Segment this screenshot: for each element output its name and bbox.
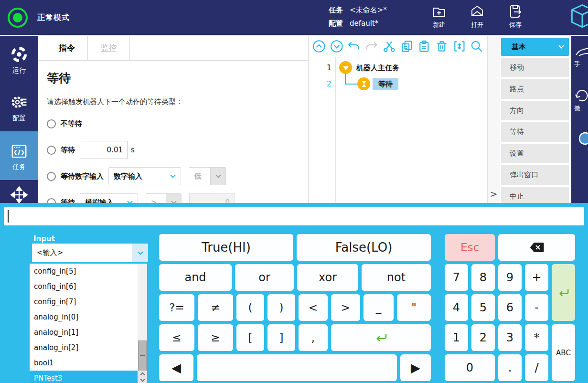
- key-bracket-close[interactable]: ]: [267, 324, 295, 351]
- status-green-icon: [8, 8, 28, 28]
- key-less-than[interactable]: <: [299, 294, 328, 321]
- digital-input-select[interactable]: 数字输入: [108, 167, 181, 185]
- key-bracket-open[interactable]: [: [236, 324, 264, 351]
- list-item-selected[interactable]: PNTest3: [30, 371, 138, 383]
- key-greater-than[interactable]: >: [331, 294, 360, 321]
- key-quote[interactable]: ": [397, 294, 431, 321]
- robot-status: 正常模式: [8, 8, 70, 28]
- paste-icon[interactable]: [417, 40, 431, 53]
- key-paren-open[interactable]: (: [236, 294, 264, 321]
- key-0[interactable]: 0: [445, 354, 495, 381]
- key-dot[interactable]: .: [498, 354, 522, 381]
- key-9[interactable]: 9: [498, 264, 522, 291]
- rotate-label: 微: [574, 104, 580, 113]
- tab-monitor[interactable]: 监控: [88, 36, 130, 60]
- key-7[interactable]: 7: [445, 264, 468, 291]
- list-item[interactable]: config_in[5]: [30, 264, 138, 279]
- sidebar-item-run[interactable]: 运行: [0, 42, 38, 75]
- radio-wait-digital[interactable]: [47, 172, 56, 181]
- key-2[interactable]: 2: [471, 324, 495, 351]
- key-false[interactable]: False(LO): [297, 234, 431, 261]
- radio-wait-time[interactable]: [47, 146, 56, 155]
- key-or[interactable]: or: [235, 264, 294, 291]
- copy-icon[interactable]: [400, 40, 414, 53]
- undo-icon[interactable]: [347, 40, 361, 53]
- save-task-button[interactable]: 保存: [501, 4, 530, 29]
- key-enter[interactable]: [552, 264, 575, 321]
- list-item[interactable]: config_in[6]: [30, 279, 138, 294]
- rotate-icon[interactable]: [574, 87, 588, 103]
- key-space[interactable]: [197, 354, 397, 381]
- list-scrollbar[interactable]: [138, 264, 147, 383]
- wait-seconds-input[interactable]: 0.01: [80, 141, 128, 159]
- key-and[interactable]: and: [159, 264, 232, 291]
- expand-panel-chevron[interactable]: >: [488, 189, 500, 199]
- key-5[interactable]: 5: [471, 294, 495, 321]
- command-move[interactable]: 移动: [501, 58, 569, 77]
- key-3[interactable]: 3: [498, 324, 522, 351]
- open-task-button[interactable]: 打开: [462, 4, 492, 29]
- command-popup[interactable]: 弹出窗口: [501, 165, 569, 185]
- sidebar-item-task[interactable]: 任务: [0, 131, 38, 180]
- command-category-dropdown[interactable]: 基本: [501, 38, 569, 56]
- key-slash[interactable]: /: [525, 354, 548, 381]
- new-task-button[interactable]: 新建: [424, 4, 454, 29]
- key-xor[interactable]: xor: [297, 264, 358, 291]
- expression-input[interactable]: [4, 207, 584, 225]
- key-comma[interactable]: ,: [299, 324, 328, 351]
- scrollbar-down-button[interactable]: [138, 377, 147, 383]
- key-greater-equal[interactable]: ≥: [198, 324, 233, 351]
- key-8[interactable]: 8: [471, 264, 495, 291]
- key-minus[interactable]: -: [525, 294, 548, 321]
- key-cursor-left[interactable]: ◀: [159, 354, 193, 381]
- key-4[interactable]: 4: [445, 294, 468, 321]
- tree-toolbar: [309, 36, 487, 57]
- radio-no-wait[interactable]: [47, 119, 56, 128]
- move-up-icon[interactable]: [312, 40, 326, 53]
- key-enter-wide[interactable]: [331, 324, 431, 351]
- list-item[interactable]: config_in[7]: [30, 294, 138, 309]
- input-source-select[interactable]: <输入>: [32, 244, 148, 262]
- cut-icon[interactable]: [383, 40, 396, 53]
- scrollbar-thumb[interactable]: [138, 340, 147, 371]
- circle-icon[interactable]: [578, 131, 588, 146]
- key-cursor-right[interactable]: ▶: [400, 354, 431, 381]
- key-1[interactable]: 1: [445, 324, 468, 351]
- tree-row-main-task[interactable]: 机器人主任务: [356, 64, 399, 73]
- key-not-equal[interactable]: ≠: [198, 294, 233, 321]
- search-icon[interactable]: [470, 40, 483, 53]
- key-assign-test[interactable]: ?=: [159, 294, 194, 321]
- command-direction[interactable]: 方向: [501, 101, 569, 120]
- key-backspace[interactable]: [498, 234, 575, 261]
- expand-node-icon[interactable]: [339, 61, 352, 74]
- key-true[interactable]: True(HI): [159, 234, 293, 261]
- list-item[interactable]: analog_in[2]: [30, 340, 138, 355]
- command-wait[interactable]: 等待: [501, 122, 569, 142]
- command-waypoint[interactable]: 路点: [501, 79, 569, 99]
- key-6[interactable]: 6: [498, 294, 522, 321]
- key-abc-mode[interactable]: ABC: [552, 324, 575, 381]
- tree-row-wait-selected[interactable]: 等待: [373, 78, 398, 90]
- delete-icon[interactable]: [435, 40, 449, 53]
- key-escape[interactable]: Esc: [445, 234, 495, 261]
- key-underscore[interactable]: _: [363, 294, 394, 321]
- list-item[interactable]: bool1: [30, 355, 138, 371]
- list-item[interactable]: analog_in[0]: [30, 309, 138, 325]
- key-paren-close[interactable]: ): [267, 294, 295, 321]
- sidebar-item-config[interactable]: 配置: [0, 89, 38, 123]
- command-set[interactable]: 设置: [501, 144, 569, 163]
- key-less-equal[interactable]: ≤: [159, 324, 194, 351]
- option-wait-time: 等待 0.01 s: [47, 141, 308, 159]
- redo-icon[interactable]: [365, 40, 378, 53]
- digital-level-select[interactable]: 低: [189, 167, 226, 185]
- move-down-icon[interactable]: [330, 40, 343, 53]
- key-plus[interactable]: +: [525, 264, 548, 291]
- key-not[interactable]: not: [362, 264, 431, 291]
- tab-instruction[interactable]: 指令: [46, 36, 88, 60]
- keyboard-numpad: Esc 7 8 9 + 4 5 6 - 1 2 3 * ABC 0 . /: [445, 234, 575, 381]
- hand-icon[interactable]: [575, 44, 588, 59]
- scrollbar-up-button[interactable]: [138, 371, 147, 377]
- key-asterisk[interactable]: *: [525, 324, 548, 351]
- list-item[interactable]: analog_in[1]: [30, 325, 138, 340]
- replace-icon[interactable]: [453, 40, 466, 53]
